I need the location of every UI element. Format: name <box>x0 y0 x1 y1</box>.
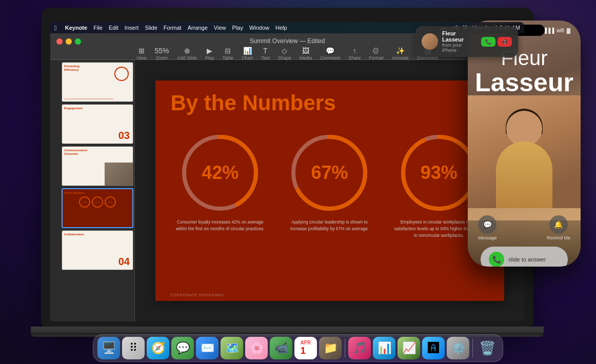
toolbar-media[interactable]: 🖼 Media <box>295 46 316 62</box>
slide-panel[interactable]: 5 PromotingEfficiency 6 Engagement <box>50 60 135 321</box>
person-body <box>496 141 552 208</box>
dock-maps[interactable]: 🗺️ <box>221 337 243 359</box>
stat-value-42: 42% <box>202 162 239 184</box>
toolbar-view[interactable]: ⊞ View <box>132 46 150 62</box>
iphone: 9:41 ▐▐▐ wifi ▓ Fleur Lasseur <box>468 21 581 267</box>
keynote-body: 5 PromotingEfficiency 6 Engagement <box>50 60 524 321</box>
menu-item-play[interactable]: Play <box>232 25 243 31</box>
dock-safari[interactable]: 🧭 <box>147 337 169 359</box>
slide-to-answer[interactable]: 📞 slide to answer <box>481 247 568 267</box>
slide-heading: By the Numbers <box>171 91 336 115</box>
facetime-icon: 📹 <box>274 341 288 355</box>
caller-photo-person <box>468 95 581 208</box>
settings-icon: ⚙️ <box>451 341 465 355</box>
dock-photos[interactable]: 🌸 <box>245 337 268 359</box>
dock-desktop[interactable]: 📁 <box>319 337 342 359</box>
slide-7-inner: CommunicationChannels <box>62 146 133 186</box>
fullscreen-button[interactable] <box>75 38 81 45</box>
toolbar-table[interactable]: ⊟ Table <box>218 46 238 62</box>
menu-item-arrange[interactable]: Arrange <box>188 25 208 31</box>
menu-item-keynote[interactable]: Keynote <box>65 25 87 31</box>
thumb-circle-42: 42% <box>79 196 90 208</box>
dock-separator-2 <box>472 339 473 357</box>
keynote-dock-icon: 📊 <box>378 341 391 355</box>
toolbar-comment[interactable]: 💬 Comment <box>316 46 344 62</box>
slide-7-title: CommunicationChannels <box>64 149 131 156</box>
macbook-bezel:  Keynote File Edit Insert Slide Format … <box>41 8 533 331</box>
toolbar-zoom[interactable]: 55% Zoom <box>151 46 173 62</box>
main-slide-area: By the Numbers <box>135 60 524 321</box>
phone-icon: 📞 <box>485 39 491 45</box>
menu-item-window[interactable]: Window <box>249 25 269 31</box>
dock-launchpad[interactable]: ⠿ <box>122 337 145 359</box>
slide-9-thumb[interactable]: 9 Collaboration 04 <box>52 230 132 270</box>
menu-item-slide[interactable]: Slide <box>145 25 157 31</box>
photos-icon: 🌸 <box>250 341 264 355</box>
calendar-icon: APR1 <box>301 340 311 356</box>
maps-icon: 🗺️ <box>225 341 239 355</box>
stat-desc-42: Consumer loyalty increases 42% on averag… <box>174 219 266 232</box>
dock-settings[interactable]: ⚙️ <box>447 337 469 359</box>
slide-6-thumb[interactable]: 6 Engagement 03 <box>52 104 132 144</box>
call-accept-button[interactable]: 📞 <box>481 37 495 47</box>
text-label: Text <box>261 55 270 60</box>
dock-finder[interactable]: 🖥️ <box>97 337 120 359</box>
close-button[interactable] <box>56 38 63 45</box>
appstore-icon: 🅰 <box>428 341 439 355</box>
slide-7-image <box>105 163 133 186</box>
toolbar-chart[interactable]: 📊 Chart <box>237 46 257 62</box>
macbook-screen:  Keynote File Edit Insert Slide Format … <box>50 22 524 321</box>
dock-appstore[interactable]: 🅰 <box>422 337 445 359</box>
macbook:  Keynote File Edit Insert Slide Format … <box>41 8 533 346</box>
toolbar-share[interactable]: ↑ Share <box>344 46 365 62</box>
menu-item-help[interactable]: Help <box>275 25 287 31</box>
toolbar-animate[interactable]: ✨ Animate <box>388 46 413 62</box>
apple-logo-icon[interactable]:  <box>54 24 57 32</box>
menu-item-insert[interactable]: Insert <box>125 25 139 31</box>
notification-buttons: 📞 📵 <box>481 37 512 47</box>
dock-calendar[interactable]: APR1 <box>294 337 317 359</box>
call-decline-button[interactable]: 📵 <box>498 37 512 47</box>
add-slide-label: Add Slide <box>177 55 197 60</box>
format-icon: ⛒ <box>373 47 380 55</box>
stat-circle-wrap-42: 42% Consumer loyalty increases 42% on av… <box>169 132 271 238</box>
menu-item-edit[interactable]: Edit <box>109 25 118 31</box>
dock-trash[interactable]: 🗑️ <box>476 337 499 359</box>
view-icon: ⊞ <box>138 47 145 55</box>
slide-8-title: By the Numbers <box>65 191 130 194</box>
dock-messages[interactable]: 💬 <box>171 337 194 359</box>
slide-footer: CORPORATE PROGRAMS <box>171 293 225 297</box>
toolbar-play[interactable]: ▶ Play <box>201 46 218 62</box>
notification-avatar <box>422 33 438 50</box>
menu-item-view[interactable]: View <box>214 25 226 31</box>
dock: 🖥️ ⠿ 🧭 💬 ✉️ 🗺️ 🌸 📹 APR1 📁 🎵 📊 📈 🅰 ⚙️ <box>93 334 503 362</box>
slide-7-thumb[interactable]: 7 CommunicationChannels <box>52 146 132 186</box>
toolbar-add-slide[interactable]: ⊕ Add Slide <box>173 46 202 62</box>
circles-container: 42% Consumer loyalty increases 42% on av… <box>155 132 504 238</box>
media-icon: 🖼 <box>302 47 309 55</box>
dock-facetime[interactable]: 📹 <box>270 337 292 359</box>
toolbar-text[interactable]: T Text <box>257 46 274 62</box>
menu-item-file[interactable]: File <box>93 25 103 31</box>
slide-8-thumb[interactable]: 8 By the Numbers 42% 67% <box>52 188 132 228</box>
add-slide-icon: ⊕ <box>184 47 190 55</box>
slide-5-thumb[interactable]: 5 PromotingEfficiency <box>52 62 132 102</box>
slide-9-title: Collaboration <box>64 233 131 236</box>
menu-item-format[interactable]: Format <box>164 25 182 31</box>
dock-keynote[interactable]: 📊 <box>373 337 395 359</box>
wifi-status-icon: wifi <box>557 28 564 33</box>
remind-action-icon: 🔔 <box>549 215 568 234</box>
quick-action-remind[interactable]: 🔔 Remind Me <box>547 215 570 240</box>
dock-mail[interactable]: ✉️ <box>196 337 218 359</box>
slide-5-inner: PromotingEfficiency <box>62 62 133 102</box>
toolbar-format[interactable]: ⛒ Format <box>365 46 388 62</box>
stat-circle-67: 67% <box>288 132 370 214</box>
dock-numbers[interactable]: 📈 <box>398 337 420 359</box>
toolbar-shape[interactable]: ◇ Shape <box>274 46 295 62</box>
slide-answer-text: slide to answer <box>508 256 546 262</box>
minimize-button[interactable] <box>66 38 72 45</box>
person-silhouette <box>488 106 560 208</box>
dock-music[interactable]: 🎵 <box>348 337 371 359</box>
window-title: Summit Overview — Edited <box>250 37 325 45</box>
quick-action-message[interactable]: 💬 Message <box>478 215 497 240</box>
